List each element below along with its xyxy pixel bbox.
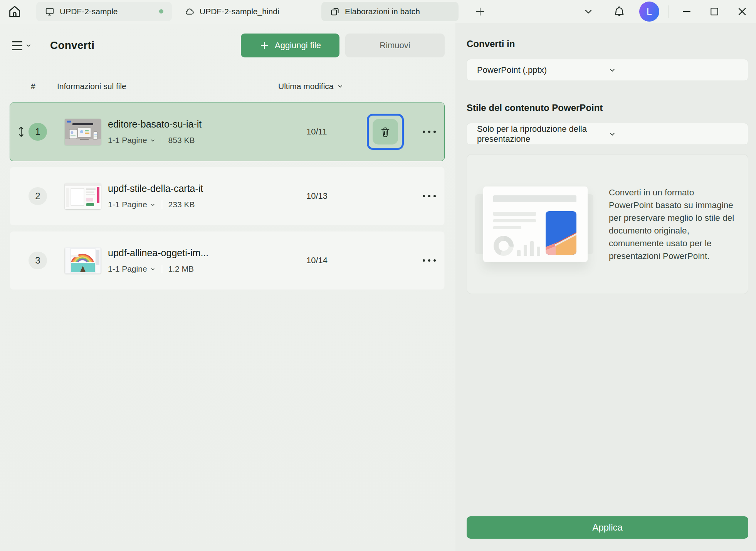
file-row[interactable]: 3: [10, 231, 445, 290]
photo-glyph: [546, 211, 576, 255]
content-style-value: Solo per la riproduzione della presentaz…: [477, 124, 608, 144]
notifications-button[interactable]: [611, 3, 628, 20]
minimize-icon: [681, 6, 692, 17]
titlebar-right: L: [580, 2, 756, 22]
file-size: 233 KB: [168, 200, 195, 209]
file-row[interactable]: 2 updf-stil: [10, 167, 445, 225]
minimize-button[interactable]: [678, 3, 695, 20]
page-range-dropdown[interactable]: 1-1 Pagine: [108, 264, 156, 274]
more-options-button[interactable]: [414, 195, 444, 197]
more-options-button[interactable]: [414, 131, 444, 133]
file-size: 853 KB: [168, 136, 195, 145]
page-range-dropdown[interactable]: 1-1 Pagine: [108, 136, 156, 145]
donut-chart-glyph: [494, 236, 514, 256]
avatar[interactable]: L: [639, 2, 659, 22]
bell-icon: [613, 5, 626, 18]
last-modified: 10/13: [306, 191, 356, 201]
file-thumbnail: [65, 183, 101, 209]
powerpoint-style-illustration: [475, 178, 593, 270]
file-name: updf-allinea-oggeti-im...: [108, 247, 306, 259]
file-list: 1: [10, 102, 445, 290]
apply-label: Applica: [592, 522, 623, 533]
convert-to-label: Converti in: [467, 39, 748, 49]
convert-settings-panel: Converti in PowerPoint (.pptx) Stile del…: [455, 23, 756, 551]
file-meta: updf-allinea-oggeti-im... 1-1 Pagine 1.2…: [108, 247, 306, 274]
tab-elaborazioni-in-batch[interactable]: Elaborazioni in batch: [321, 2, 459, 21]
apply-button[interactable]: Applica: [467, 516, 748, 539]
titlebar: UPDF-2-sample UPDF-2-sample_hindi Elabor…: [0, 0, 756, 23]
maximize-button[interactable]: [706, 3, 723, 20]
page-range-dropdown[interactable]: 1-1 Pagine: [108, 200, 156, 209]
batch-icon: [330, 7, 340, 17]
chevron-down-icon: [25, 42, 32, 49]
avatar-initial: L: [647, 6, 652, 17]
row-index-badge: 1: [29, 123, 47, 141]
add-file-button[interactable]: Aggiungi file: [241, 34, 339, 57]
add-file-label: Aggiungi file: [275, 40, 321, 50]
column-file-info: Informazioni sul file: [57, 82, 126, 91]
tab-label: Elaborazioni in batch: [345, 7, 420, 16]
home-button[interactable]: [5, 2, 24, 21]
tab-label: UPDF-2-sample_hindi: [200, 7, 279, 16]
new-tab-button[interactable]: [472, 3, 489, 20]
file-name: editore-basato-su-ia-it: [108, 119, 306, 130]
menu-icon: [12, 41, 22, 50]
row-index-badge: 3: [29, 252, 47, 269]
plus-icon: [259, 40, 269, 50]
tab-label: UPDF-2-sample: [60, 7, 118, 16]
sort-handle-icon[interactable]: [16, 126, 26, 138]
file-thumbnail: [65, 247, 101, 274]
last-modified: 10/14: [306, 255, 356, 265]
titlebar-divider: [669, 5, 669, 18]
remove-button[interactable]: Rimuovi: [345, 34, 445, 57]
tab-updf-2-sample[interactable]: UPDF-2-sample: [36, 2, 172, 21]
file-meta: updf-stile-della-carta-it 1-1 Pagine 233…: [108, 183, 306, 209]
chevron-down-icon: [608, 130, 739, 138]
bar-chart-glyph: [517, 240, 544, 256]
style-description-card: Converti in un formato PowerPoint basato…: [467, 154, 748, 294]
chevron-down-icon: [337, 83, 344, 90]
page-title: Converti: [50, 39, 94, 52]
chevron-down-icon: [583, 6, 594, 17]
mode-menu-button[interactable]: [12, 41, 32, 50]
content-style-select[interactable]: Solo per la riproduzione della presentaz…: [467, 123, 748, 145]
format-select[interactable]: PowerPoint (.pptx): [467, 59, 748, 81]
delete-file-button-focused[interactable]: [367, 114, 404, 150]
table-header: # Informazioni sul file Ultima modifica: [10, 81, 445, 93]
file-thumbnail: [65, 119, 101, 145]
divider: [162, 265, 162, 273]
file-meta: editore-basato-su-ia-it 1-1 Pagine 853 K…: [108, 119, 306, 145]
batch-file-panel: Converti Aggiungi file Rimuovi # Informa…: [0, 23, 455, 551]
column-index: #: [31, 82, 35, 91]
tab-updf-2-sample-hindi[interactable]: UPDF-2-sample_hindi: [176, 2, 318, 21]
new-tab-plus-icon: [474, 6, 486, 17]
remove-label: Rimuovi: [380, 40, 410, 50]
tab-bar: UPDF-2-sample UPDF-2-sample_hindi Elabor…: [36, 0, 489, 23]
file-name: updf-stile-della-carta-it: [108, 183, 306, 194]
column-last-modified[interactable]: Ultima modifica: [278, 82, 344, 91]
unsaved-dot: [159, 9, 163, 13]
file-size: 1.2 MB: [168, 264, 194, 274]
close-icon: [736, 6, 748, 17]
close-button[interactable]: [734, 3, 751, 20]
home-icon: [7, 4, 22, 19]
content-style-label: Stile del contenuto PowerPoint: [467, 102, 748, 113]
file-row[interactable]: 1: [10, 102, 445, 161]
divider: [162, 200, 162, 209]
maximize-icon: [709, 6, 720, 17]
monitor-icon: [45, 7, 55, 17]
more-options-button[interactable]: [414, 259, 444, 262]
last-modified: 10/11: [306, 127, 356, 137]
row-index-badge: 2: [29, 187, 47, 205]
divider: [162, 136, 162, 144]
style-description: Converti in un formato PowerPoint basato…: [609, 186, 736, 262]
collapse-tabs-button[interactable]: [580, 3, 597, 20]
chevron-down-icon: [608, 66, 739, 74]
trash-icon: [373, 119, 398, 144]
cloud-icon: [184, 6, 195, 17]
left-header: Converti Aggiungi file Rimuovi: [10, 23, 445, 58]
format-value: PowerPoint (.pptx): [477, 65, 608, 75]
